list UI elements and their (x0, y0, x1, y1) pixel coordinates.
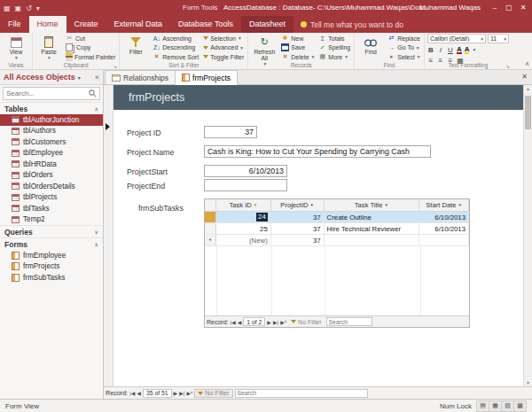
close-document-icon[interactable]: ✕ (521, 73, 528, 81)
paste-button[interactable]: Paste ▾ (35, 34, 62, 61)
cut-button[interactable]: ✂ Cut (65, 34, 116, 43)
nav-group-tables[interactable]: Tables ∧ (0, 102, 103, 114)
record-position[interactable]: 1 of 2 (243, 317, 265, 326)
underline-button[interactable]: U (447, 46, 454, 54)
subform-search-input[interactable] (329, 319, 370, 325)
filter-button[interactable]: Filter (122, 34, 149, 55)
cell-task-id[interactable]: 24 (216, 212, 271, 222)
totals-button[interactable]: Σ Totals (317, 34, 351, 43)
sidebar-item-Temp2[interactable]: Temp2 (0, 214, 103, 226)
next-record-button[interactable]: ▶ (174, 390, 178, 396)
sidebar-item-tblHRData[interactable]: tblHRData (0, 159, 103, 170)
first-record-button[interactable]: |◀ (231, 319, 236, 325)
selection-button[interactable]: Selection ▾ (202, 34, 245, 43)
sidebar-item-tblAuthors[interactable]: tblAuthors (0, 126, 103, 137)
previous-record-button[interactable]: ◀ (137, 390, 141, 396)
font-name-combo[interactable]: Calibri (Detail) ▾ (427, 34, 486, 43)
project-end-field[interactable] (204, 179, 287, 191)
last-record-button[interactable]: ▶| (273, 319, 278, 325)
new-record-nav-button[interactable]: ▶* (280, 319, 286, 325)
nav-pane-header[interactable]: All Access Objects ▾ « (0, 70, 103, 85)
previous-record-button[interactable]: ◀ (238, 319, 242, 325)
font-size-combo[interactable]: 11 ▾ (488, 34, 509, 43)
record-selector-strip[interactable] (104, 85, 113, 386)
bold-button[interactable]: B (427, 46, 434, 54)
new-record-nav-button[interactable]: ▶* (186, 390, 192, 396)
replace-button[interactable]: ⇄ Replace (387, 34, 421, 43)
new-row-selector[interactable]: * (205, 235, 216, 245)
sort-filter-arrow-icon[interactable]: ▼ (254, 203, 257, 207)
filter-indicator[interactable]: No Filter (288, 317, 324, 326)
sort-filter-arrow-icon[interactable]: ▼ (310, 203, 314, 207)
datasheet-view-button[interactable]: ▦ (489, 400, 502, 412)
cell-projectid[interactable]: 37 (271, 223, 325, 234)
ascending-button[interactable]: A↓ Ascending (152, 34, 200, 43)
row-selector[interactable] (205, 223, 216, 234)
sort-filter-arrow-icon[interactable]: ▼ (458, 203, 461, 207)
goto-button[interactable]: → Go To ▾ (387, 43, 421, 53)
more-button[interactable]: ▦ More ▾ (317, 52, 351, 62)
sidebar-item-tblAuthorJunction[interactable]: tblAuthorJunction (0, 114, 103, 126)
highlight-color-button[interactable]: A (465, 46, 470, 54)
advanced-button[interactable]: Advanced ▾ (202, 43, 245, 53)
clipboard-dialog-launcher-icon[interactable]: ↘ (113, 63, 117, 69)
form-view-button[interactable]: ▤ (476, 400, 489, 412)
tab-file[interactable]: File (0, 16, 29, 33)
row-selector[interactable] (205, 212, 216, 222)
column-header-start-date[interactable]: Start Date▼ (419, 199, 469, 211)
main-search-input[interactable] (238, 390, 365, 396)
tell-me-box[interactable]: Tell me what you want to do (301, 16, 403, 33)
sidebar-item-frmEmployee[interactable]: frmEmployee (0, 250, 103, 261)
subform-search-box[interactable] (326, 317, 372, 326)
shutter-bar-close-icon[interactable]: « (95, 73, 99, 82)
doc-tab-frmprojects[interactable]: frmProjects (175, 70, 238, 85)
sidebar-item-tblTasks[interactable]: tblTasks (0, 203, 103, 214)
collapse-ribbon-icon[interactable]: ∧ (525, 60, 529, 67)
copy-button[interactable]: Copy (65, 43, 116, 53)
sidebar-item-tblOrders[interactable]: tblOrders (0, 170, 103, 182)
tab-datasheet[interactable]: Datasheet (241, 16, 293, 33)
nav-group-forms[interactable]: Forms ∧ (0, 237, 103, 250)
project-id-field[interactable]: 37 (204, 126, 257, 138)
account-name[interactable]: Muhammad Waqas (419, 0, 481, 16)
view-button[interactable]: View ▾ (3, 34, 29, 61)
find-button[interactable]: Find (357, 34, 384, 55)
font-color-button[interactable]: A (457, 46, 462, 54)
doc-tab-relationships[interactable]: Relationships (105, 70, 176, 84)
new-record-button[interactable]: ✱ New (280, 34, 315, 43)
cell-task-id[interactable]: (New) (216, 235, 271, 245)
spelling-button[interactable]: ✓ Spelling (317, 43, 351, 53)
nav-group-queries[interactable]: Queries ∨ (0, 225, 103, 237)
project-start-field[interactable]: 6/10/2013 (204, 165, 287, 177)
column-header-task-id[interactable]: Task ID▼ (216, 199, 271, 211)
column-header-projectid[interactable]: ProjectID▼ (271, 199, 325, 211)
sidebar-item-tblCustomers[interactable]: tblCustomers (0, 136, 103, 148)
qat-customize-icon[interactable]: ▾ (36, 4, 40, 12)
minimize-button[interactable]: – (488, 0, 502, 16)
save-icon[interactable]: ▣ (15, 4, 22, 12)
last-record-button[interactable]: ▶| (179, 390, 184, 396)
cell-task-title[interactable]: Create Outline (325, 212, 420, 222)
main-search-box[interactable] (235, 389, 368, 398)
layout-view-button[interactable]: ▧ (501, 400, 514, 412)
column-header-task-title[interactable]: Task Title▼ (325, 199, 420, 211)
delete-record-button[interactable]: ✕ Delete ▾ (280, 52, 315, 62)
project-name-field[interactable]: Cash is King: How to Cut Your Spending b… (204, 145, 431, 158)
scroll-down-icon[interactable]: ▼ (526, 380, 530, 385)
next-record-button[interactable]: ▶ (267, 319, 271, 325)
remove-sort-button[interactable]: ✕ Remove Sort (152, 52, 200, 62)
tab-home[interactable]: Home (29, 16, 66, 33)
cell-start-date[interactable]: 6/10/2013 (419, 212, 469, 222)
cell-projectid[interactable]: 37 (271, 212, 325, 222)
tab-database-tools[interactable]: Database Tools (170, 16, 241, 33)
sidebar-item-tblProjects[interactable]: tblProjects (0, 192, 103, 204)
scroll-up-icon[interactable]: ▲ (526, 86, 530, 91)
sidebar-item-frmSubTasks[interactable]: frmSubTasks (0, 272, 103, 284)
tab-external-data[interactable]: External Data (106, 16, 171, 33)
close-button[interactable]: ✕ (516, 0, 530, 16)
undo-icon[interactable]: ↺ (26, 4, 32, 12)
maximize-button[interactable]: ▢ (502, 0, 516, 16)
cell-task-title[interactable] (325, 235, 420, 245)
scrollbar-thumb[interactable] (525, 96, 531, 129)
cell-task-id[interactable]: 25 (216, 223, 271, 234)
